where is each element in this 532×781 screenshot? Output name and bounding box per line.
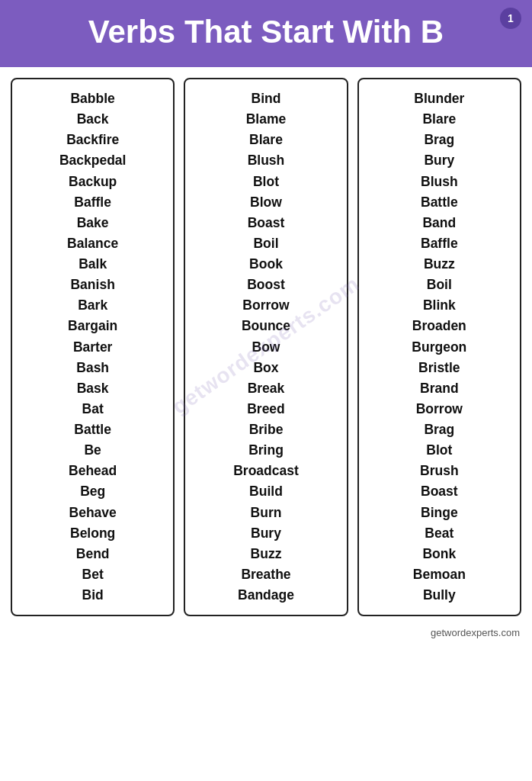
word-item: Bring bbox=[190, 440, 341, 461]
word-item: Bribe bbox=[190, 419, 341, 440]
column-1: BabbleBackBackfireBackpedalBackupBaffleB… bbox=[11, 78, 175, 616]
word-item: Barter bbox=[17, 337, 168, 358]
word-item: Bemoan bbox=[364, 564, 515, 585]
word-item: Bounce bbox=[190, 316, 341, 336]
word-item: Boost bbox=[190, 275, 341, 295]
word-item: Blush bbox=[190, 150, 341, 171]
word-item: Burn bbox=[190, 503, 341, 523]
word-item: Blink bbox=[364, 295, 515, 316]
word-item: Box bbox=[190, 358, 341, 378]
word-item: Bandage bbox=[190, 585, 341, 606]
word-item: Book bbox=[190, 254, 341, 275]
word-item: Behead bbox=[17, 461, 168, 481]
word-item: Boil bbox=[364, 275, 515, 295]
word-item: Babble bbox=[17, 88, 168, 109]
word-item: Bid bbox=[17, 585, 168, 606]
word-item: Bash bbox=[17, 358, 168, 378]
header: Verbs That Start With B bbox=[0, 0, 532, 67]
word-item: Bully bbox=[364, 585, 515, 606]
word-item: Battle bbox=[364, 192, 515, 213]
word-item: Bonk bbox=[364, 544, 515, 564]
word-item: Borrow bbox=[190, 295, 341, 316]
word-item: Band bbox=[364, 213, 515, 233]
word-item: Blot bbox=[190, 172, 341, 192]
word-item: Breathe bbox=[190, 564, 341, 585]
word-item: Backpedal bbox=[17, 150, 168, 171]
word-item: Blot bbox=[364, 440, 515, 461]
word-item: Bark bbox=[17, 295, 168, 316]
word-item: Blunder bbox=[364, 88, 515, 109]
word-item: Boast bbox=[190, 213, 341, 233]
word-item: Brag bbox=[364, 419, 515, 440]
word-item: Boil bbox=[190, 233, 341, 254]
word-item: Binge bbox=[364, 503, 515, 523]
word-item: Be bbox=[17, 440, 168, 461]
word-item: Banish bbox=[17, 275, 168, 295]
word-item: Brag bbox=[364, 130, 515, 150]
word-item: Baffle bbox=[17, 192, 168, 213]
word-item: Build bbox=[190, 481, 341, 502]
word-item: Break bbox=[190, 378, 341, 399]
word-item: Bake bbox=[17, 213, 168, 233]
word-item: Bury bbox=[364, 150, 515, 171]
column-2: BindBlameBlareBlushBlotBlowBoastBoilBook… bbox=[184, 78, 348, 616]
word-item: Blame bbox=[190, 109, 341, 130]
word-item: Bet bbox=[17, 564, 168, 585]
word-item: Burgeon bbox=[364, 337, 515, 358]
word-item: Beat bbox=[364, 523, 515, 544]
word-item: Brand bbox=[364, 378, 515, 399]
page-title: Verbs That Start With B bbox=[15, 14, 517, 50]
word-item: Belong bbox=[17, 523, 168, 544]
word-item: Breed bbox=[190, 399, 341, 419]
word-item: Bargain bbox=[17, 316, 168, 336]
word-item: Blush bbox=[364, 172, 515, 192]
word-item: Backfire bbox=[17, 130, 168, 150]
word-item: Bury bbox=[190, 523, 341, 544]
word-item: Blare bbox=[190, 130, 341, 150]
word-item: Bask bbox=[17, 378, 168, 399]
word-item: Buzz bbox=[364, 254, 515, 275]
word-item: Broadcast bbox=[190, 461, 341, 481]
word-item: Back bbox=[17, 109, 168, 130]
word-item: Battle bbox=[17, 419, 168, 440]
word-item: Bat bbox=[17, 399, 168, 419]
word-item: Backup bbox=[17, 172, 168, 192]
word-item: Blow bbox=[190, 192, 341, 213]
word-item: Boast bbox=[364, 481, 515, 502]
word-item: Balk bbox=[17, 254, 168, 275]
column-3: BlunderBlareBragBuryBlushBattleBandBaffl… bbox=[357, 78, 521, 616]
word-item: Behave bbox=[17, 503, 168, 523]
word-item: Blare bbox=[364, 109, 515, 130]
word-item: Borrow bbox=[364, 399, 515, 419]
word-item: Baffle bbox=[364, 233, 515, 254]
word-item: Bow bbox=[190, 337, 341, 358]
page-number-badge: 1 bbox=[500, 8, 521, 29]
word-item: Balance bbox=[17, 233, 168, 254]
word-item: Bend bbox=[17, 544, 168, 564]
word-item: Bristle bbox=[364, 358, 515, 378]
columns-container: getwordexperts.com BabbleBackBackfireBac… bbox=[0, 67, 532, 624]
footer: getwordexperts.com bbox=[0, 624, 532, 644]
word-item: Brush bbox=[364, 461, 515, 481]
word-item: Buzz bbox=[190, 544, 341, 564]
word-item: Beg bbox=[17, 481, 168, 502]
word-item: Broaden bbox=[364, 316, 515, 336]
word-item: Bind bbox=[190, 88, 341, 109]
